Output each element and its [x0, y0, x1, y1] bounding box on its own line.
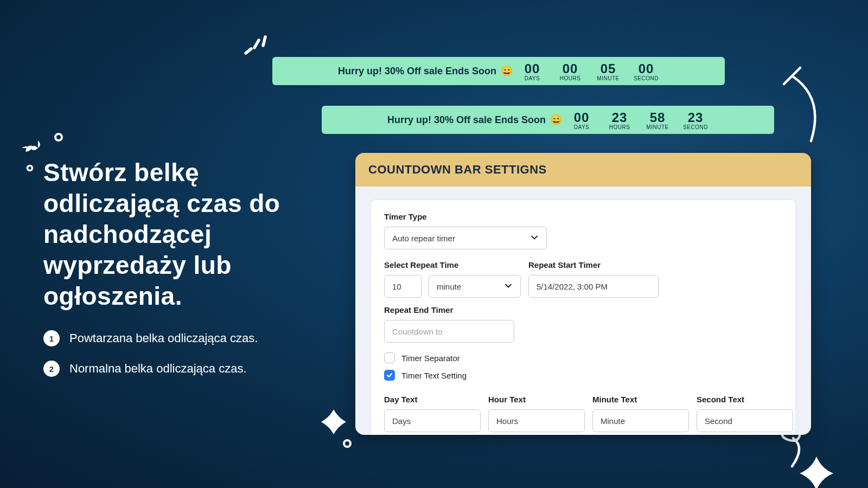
repeat-end-label: Repeat End Timer: [384, 305, 514, 314]
svg-line-1: [254, 40, 259, 48]
bar-message-text: Hurry up! 30% Off sale Ends Soon: [387, 114, 546, 126]
select-value: minute: [437, 282, 461, 291]
countdown-bar-2: Hurry up! 30% Off sale Ends Soon 😄 00 DA…: [322, 106, 774, 134]
svg-line-0: [246, 49, 251, 53]
bar-message: Hurry up! 30% Off sale Ends Soon 😄: [387, 114, 562, 126]
settings-panel: COUNTDOWN BAR SETTIGNS Timer Type Auto r…: [355, 153, 811, 435]
minute-text-input[interactable]: Minute: [592, 409, 689, 432]
hero-text: Stwórz belkę odliczającą czas do nadchod…: [43, 157, 315, 391]
repeat-unit-select[interactable]: minute: [429, 275, 521, 298]
bullet-2: 2 Normalna belka odliczająca czas.: [43, 361, 315, 377]
bullet-text: Normalna belka odliczająca czas.: [69, 362, 247, 376]
timer-type-label: Timer Type: [384, 212, 782, 221]
chevron-down-icon: [504, 281, 513, 292]
emoji-icon: 😄: [550, 114, 562, 126]
panel-title: COUNTDOWN BAR SETTIGNS: [355, 153, 811, 187]
repeat-time-input[interactable]: 10: [384, 275, 422, 298]
form-card: Timer Type Auto repear timer Select Repe…: [371, 200, 796, 435]
minute-text-label: Minute Text: [592, 395, 689, 404]
svg-line-2: [263, 37, 265, 46]
separator-label: Timer Separator: [401, 354, 460, 363]
timer-second: 23 SECOND: [682, 110, 709, 130]
countdown-bar-1: Hurry up! 30% Off sale Ends Soon 😄 00 DA…: [272, 57, 725, 85]
timer-hours: 00 HOURS: [557, 61, 583, 81]
timer-group: 00 DAYS 00 HOURS 05 MINUTE 00 SECOND: [519, 61, 659, 81]
timer-minute: 58 MINUTE: [644, 110, 671, 130]
repeat-time-label: Select Repeat Time: [384, 260, 521, 269]
emoji-icon: 😄: [501, 65, 513, 77]
timer-minute: 05 MINUTE: [595, 61, 621, 81]
svg-point-5: [344, 440, 350, 447]
timer-text-setting-checkbox[interactable]: [384, 370, 395, 381]
timer-hours: 23 HOURS: [607, 110, 633, 130]
repeat-end-input[interactable]: Countdown to: [384, 320, 514, 343]
repeat-start-label: Repeat Start Timer: [528, 260, 659, 269]
repeat-start-input[interactable]: 5/14/2022, 3:00 PM: [528, 275, 659, 298]
timer-type-select[interactable]: Auto repear timer: [384, 227, 547, 249]
bar-message: Hurry up! 30% Off sale Ends Soon 😄: [338, 65, 513, 77]
select-value: Auto repear timer: [392, 234, 455, 243]
second-text-input[interactable]: Second: [697, 409, 793, 432]
timer-group: 00 DAYS 23 HOURS 58 MINUTE 23 SECOND: [569, 110, 709, 130]
bullet-1: 1 Powtarzana belka odliczająca czas.: [43, 330, 315, 346]
day-text-input[interactable]: Days: [384, 409, 481, 432]
text-setting-label: Timer Text Setting: [401, 371, 467, 380]
timer-second: 00 SECOND: [633, 61, 659, 81]
timer-separator-checkbox[interactable]: [384, 352, 395, 363]
svg-point-4: [28, 166, 33, 171]
bullet-text: Powtarzana belka odliczająca czas.: [69, 331, 258, 345]
svg-point-3: [55, 134, 62, 140]
bullet-number-icon: 1: [43, 330, 60, 346]
chevron-down-icon: [530, 233, 539, 243]
headline: Stwórz belkę odliczającą czas do nadchod…: [43, 157, 315, 312]
day-text-label: Day Text: [384, 395, 481, 404]
bar-message-text: Hurry up! 30% Off sale Ends Soon: [338, 66, 496, 77]
hour-text-input[interactable]: Hours: [488, 409, 585, 432]
hour-text-label: Hour Text: [488, 395, 585, 404]
second-text-label: Second Text: [697, 395, 793, 404]
bullet-number-icon: 2: [43, 361, 60, 377]
timer-days: 00 DAYS: [569, 110, 595, 130]
timer-days: 00 DAYS: [519, 61, 545, 81]
